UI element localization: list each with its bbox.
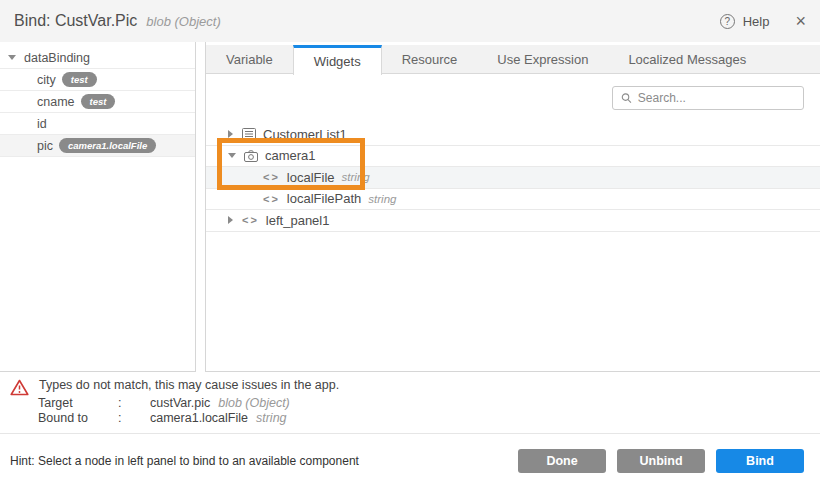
widget-node-camera1[interactable]: camera1 [206,146,820,168]
camera-icon [244,150,258,162]
widget-node-left-panel1[interactable]: <> left_panel1 [206,210,820,232]
tree-node-city[interactable]: city test [0,69,195,91]
tab-bar: Variable Widgets Resource Use Expression… [206,45,820,74]
bound-value-badge: camera1.localFile [59,138,156,153]
chevron-right-icon [228,216,233,224]
warning-boundto-row: Bound to : camera1.localFile string [0,411,820,426]
dialog-header: Bind: CustVar.Pic blob (Object) ? Help × [0,0,820,42]
search-box[interactable] [612,86,804,110]
tree-node-label: id [37,117,47,131]
warning-icon [10,379,29,396]
widget-node-type: string [368,193,396,205]
warning-target-label: Target [38,396,118,411]
widget-node-label: localFile [287,170,335,185]
tree-node-id[interactable]: id [0,113,195,135]
tree-node-databinding[interactable]: dataBinding [0,47,195,69]
bound-value-badge: test [62,72,97,87]
search-input[interactable] [638,91,795,105]
warning-boundto-label: Bound to [38,411,118,426]
tree-node-label: city [37,73,56,87]
unbind-button[interactable]: Unbind [617,449,705,473]
code-property-icon: <> [263,171,280,183]
widget-node-label: localFilePath [287,191,361,206]
list-widget-icon [242,128,256,140]
close-icon[interactable]: × [795,13,806,29]
tab-use-expression[interactable]: Use Expression [477,45,608,74]
help-icon[interactable]: ? [720,14,735,29]
tree-node-pic[interactable]: pic camera1.localFile [0,135,195,157]
tab-widgets[interactable]: Widgets [293,45,382,75]
search-icon [621,92,632,104]
target-tree-panel: dataBinding city test cname test id pic … [0,42,196,372]
widget-node-localfilepath[interactable]: <> localFilePath string [206,189,820,211]
warning-target-type: blob (Object) [218,396,290,411]
widget-node-type: string [342,171,370,183]
warning-target-value: custVar.pic [150,396,210,411]
done-button[interactable]: Done [518,449,606,473]
type-mismatch-warning: Types do not match, this may cause issue… [0,378,820,426]
widget-node-localfile[interactable]: <> localFile string [206,167,820,189]
dialog-subtitle-type: blob (Object) [146,14,220,29]
warning-boundto-type: string [256,411,287,426]
code-property-icon: <> [242,214,259,226]
tab-variable[interactable]: Variable [206,45,293,74]
dialog-title: Bind: CustVar.Pic [14,12,137,30]
hint-text: Hint: Select a node in left panel to bin… [10,454,359,468]
widget-node-label: left_panel1 [266,213,330,228]
widget-node-label: CustomerList1 [263,127,347,142]
chevron-down-icon [8,55,16,60]
widget-tree: CustomerList1 camera1 <> localFile strin… [206,124,820,232]
tab-resource[interactable]: Resource [382,45,478,74]
help-link[interactable]: Help [743,14,770,29]
tree-node-label: pic [37,139,53,153]
code-property-icon: <> [263,193,280,205]
bound-value-badge: test [81,94,116,109]
tree-node-label: cname [37,95,75,109]
bind-button[interactable]: Bind [716,449,804,473]
tab-localized-messages[interactable]: Localized Messages [608,45,766,74]
widget-node-customerlist1[interactable]: CustomerList1 [206,124,820,146]
source-panel: Variable Widgets Resource Use Expression… [205,42,820,372]
chevron-down-icon [228,153,236,158]
footer: Hint: Select a node in left panel to bin… [0,434,820,488]
bind-dialog: Bind: CustVar.Pic blob (Object) ? Help ×… [0,0,820,488]
tree-node-cname[interactable]: cname test [0,91,195,113]
chevron-right-icon [228,130,233,138]
warning-separator: : [118,396,150,411]
tree-node-label: dataBinding [24,51,90,65]
widget-node-label: camera1 [265,148,316,163]
warning-message: Types do not match, this may cause issue… [39,378,339,393]
warning-boundto-value: camera1.localFile [150,411,248,426]
warning-separator: : [118,411,150,426]
warning-target-row: Target : custVar.pic blob (Object) [0,396,820,411]
